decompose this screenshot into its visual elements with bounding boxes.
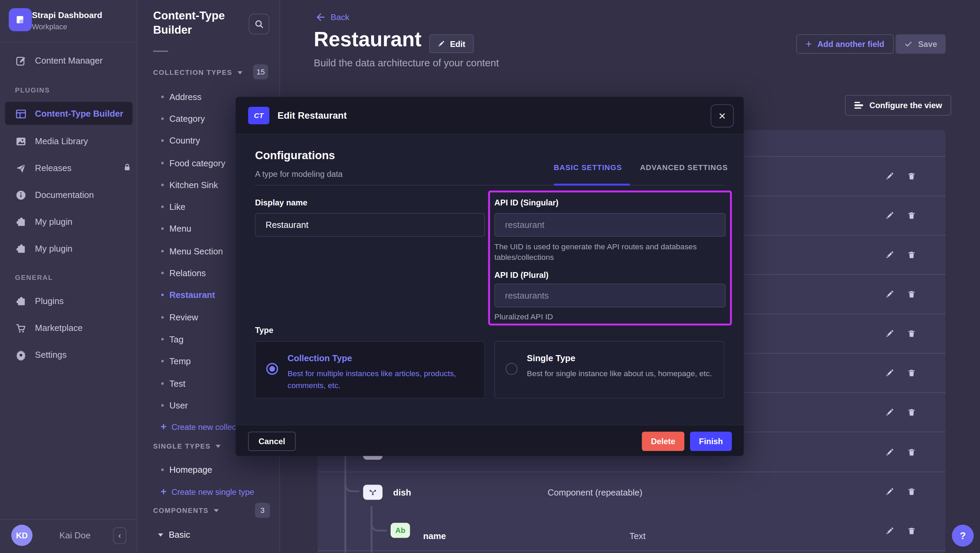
sidebar-item-label: My plugin [35, 243, 73, 253]
collection-type-card[interactable]: Collection Type Best for multiple instan… [255, 341, 485, 399]
pencil-icon[interactable] [885, 407, 894, 417]
trash-icon[interactable] [907, 172, 916, 181]
components-count-badge: 3 [255, 503, 270, 518]
pencil-icon[interactable] [885, 172, 894, 181]
divider [255, 185, 724, 186]
arrow-left-icon [315, 12, 326, 22]
puzzle-icon [15, 295, 27, 307]
field-name: dish [393, 487, 411, 497]
sidebar-item-documentation[interactable]: Documentation [15, 188, 94, 202]
field-type: Component (repeatable) [533, 487, 657, 497]
display-name-input[interactable] [255, 213, 485, 237]
modal-footer: Cancel Delete Finish [235, 425, 743, 456]
avatar[interactable]: KD [11, 525, 32, 546]
bullet-icon [161, 249, 164, 252]
field-row-dish: dish Component (repeatable) [318, 472, 946, 511]
sidebar-collapse-button[interactable]: ‹ [113, 527, 126, 544]
pencil-icon[interactable] [885, 487, 894, 497]
pencil-icon [438, 40, 445, 48]
pencil-icon[interactable] [885, 289, 894, 299]
trash-icon[interactable] [907, 368, 916, 378]
search-button[interactable] [249, 14, 269, 34]
pencil-icon[interactable] [885, 447, 894, 457]
user-name: Kai Doe [59, 530, 90, 540]
sidebar-item-label: Content-Type Builder [35, 109, 124, 119]
tab-basic-settings[interactable]: BASIC SETTINGS [554, 163, 622, 172]
trash-icon[interactable] [907, 289, 916, 299]
chevron-down-icon [214, 509, 219, 512]
pencil-icon[interactable] [885, 329, 894, 338]
collection-types-header[interactable]: COLLECTION TYPES [153, 69, 242, 76]
edit-button[interactable]: Edit [430, 34, 474, 53]
help-button[interactable]: ? [952, 525, 974, 547]
radio-unselected-icon[interactable] [506, 363, 517, 375]
gear-icon [15, 349, 27, 361]
main-sidebar: Strapi Dashboard Workplace Content Manag… [0, 0, 137, 553]
api-id-singular-input[interactable] [495, 213, 726, 237]
component-group-basic[interactable]: Basic [158, 530, 190, 540]
card-description: Best for single instance like about us, … [527, 368, 721, 380]
configure-view-button[interactable]: Configure the view [845, 95, 951, 116]
sidebar-item-label: Documentation [35, 190, 94, 200]
sidebar-item-marketplace[interactable]: Marketplace [15, 320, 83, 335]
plus-icon: + [161, 486, 166, 497]
collection-count-badge: 15 [253, 64, 268, 79]
api-id-plural-input[interactable] [495, 284, 726, 307]
question-mark-icon: ? [959, 530, 966, 541]
save-button[interactable]: Save [896, 34, 946, 54]
trash-icon[interactable] [907, 447, 916, 457]
trash-icon[interactable] [907, 407, 916, 417]
sidebar-item-media-library[interactable]: Media Library [15, 133, 88, 149]
close-button[interactable]: ✕ [711, 105, 733, 127]
trash-icon[interactable] [907, 211, 916, 220]
trash-icon[interactable] [907, 526, 916, 536]
search-icon [254, 19, 264, 29]
radio-selected-icon[interactable] [266, 363, 278, 375]
divider [153, 51, 168, 52]
text-field-icon: Ab [391, 523, 410, 538]
pencil-icon[interactable] [885, 211, 894, 220]
divider [0, 519, 137, 520]
tab-advanced-settings[interactable]: ADVANCED SETTINGS [640, 163, 728, 172]
sidebar-item-plugins[interactable]: Plugins [15, 294, 64, 308]
trash-icon[interactable] [907, 487, 916, 497]
bullet-icon [161, 272, 164, 274]
add-another-field-button[interactable]: + Add another field [796, 34, 894, 54]
pencil-icon[interactable] [885, 250, 894, 260]
sidebar-item-label: Releases [35, 163, 72, 173]
bullet-icon [161, 95, 164, 98]
pencil-icon[interactable] [885, 368, 894, 378]
sidebar-item-releases[interactable]: Releases [15, 160, 72, 175]
chevron-down-icon [216, 445, 221, 448]
single-types-header[interactable]: SINGLE TYPES [153, 442, 221, 450]
sidebar-item-settings[interactable]: Settings [15, 347, 67, 362]
sidebar-item-my-plugin-2[interactable]: My plugin [15, 241, 73, 256]
divider [318, 550, 946, 553]
cancel-button[interactable]: Cancel [248, 432, 296, 451]
finish-button[interactable]: Finish [690, 432, 732, 451]
back-link[interactable]: Back [315, 12, 350, 22]
bullet-icon [161, 206, 164, 208]
list-item-homepage[interactable]: Homepage [161, 465, 212, 475]
edit-content-type-modal: CT Edit Restaurant ✕ Configurations A ty… [235, 97, 743, 456]
strapi-app: Strapi Dashboard Workplace Content Manag… [0, 0, 980, 553]
trash-icon[interactable] [907, 329, 916, 338]
delete-button[interactable]: Delete [642, 432, 684, 451]
modal-body: Configurations A type for modeling data … [235, 134, 743, 425]
sidebar-item-content-manager[interactable]: Content Manager [15, 53, 102, 68]
pencil-icon[interactable] [885, 526, 894, 536]
single-type-card[interactable]: Single Type Best for single instance lik… [495, 341, 724, 399]
sidebar-item-my-plugin-1[interactable]: My plugin [15, 214, 73, 229]
plugins-section-header: PLUGINS [15, 86, 50, 94]
modal-title: Edit Restaurant [278, 110, 347, 121]
sidebar-item-label: Media Library [35, 136, 88, 146]
create-single-type-link[interactable]: + Create new single type [161, 486, 254, 497]
feather-icon [15, 55, 27, 67]
strapi-logo-icon[interactable] [9, 8, 32, 31]
trash-icon[interactable] [907, 250, 916, 260]
section-title: Configurations [255, 149, 335, 162]
sidebar-item-content-type-builder[interactable]: Content-Type Builder [15, 106, 123, 121]
page-subtitle: Build the data architecture of your cont… [314, 57, 499, 69]
components-header[interactable]: COMPONENTS [153, 507, 219, 514]
close-icon: ✕ [718, 110, 726, 121]
